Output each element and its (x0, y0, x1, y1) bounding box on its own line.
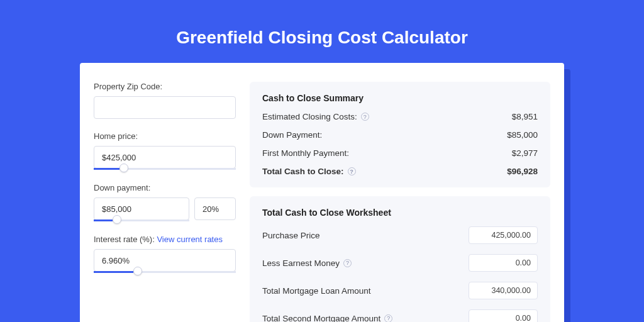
worksheet-row: Purchase Price (262, 226, 538, 244)
interest-rate-slider-fill (94, 271, 133, 273)
interest-rate-slider-wrap (94, 249, 236, 274)
help-icon[interactable]: ? (343, 259, 352, 267)
summary-panel: Cash to Close Summary Estimated Closing … (250, 82, 550, 187)
interest-rate-slider-thumb[interactable] (133, 267, 142, 275)
summary-row-value: $2,977 (512, 148, 538, 158)
summary-row-value: $85,000 (507, 130, 538, 140)
summary-row-label: Total Cash to Close:? (262, 167, 356, 176)
interest-rate-input[interactable] (94, 249, 236, 272)
summary-label-text: First Monthly Payment: (262, 148, 349, 158)
worksheet-row-input[interactable] (469, 282, 538, 299)
worksheet-row-label: Total Second Mortgage Amount? (262, 314, 392, 323)
calculator-card-wrap: Property Zip Code: Home price: Down paym… (80, 63, 564, 322)
down-payment-slider-wrap (94, 197, 189, 222)
calculator-card: Property Zip Code: Home price: Down paym… (80, 63, 564, 322)
home-price-slider-wrap (94, 146, 236, 170)
worksheet-row: Less Earnest Money? (262, 254, 538, 272)
interest-rate-group: Interest rate (%): View current rates (94, 235, 236, 274)
down-payment-row (94, 197, 236, 222)
zip-group: Property Zip Code: (94, 82, 236, 119)
worksheet-panel: Total Cash to Close Worksheet Purchase P… (250, 196, 550, 322)
results-column: Cash to Close Summary Estimated Closing … (250, 82, 550, 322)
summary-row-label: Down Payment: (262, 130, 322, 140)
summary-title: Cash to Close Summary (262, 93, 538, 103)
worksheet-label-text: Less Earnest Money (262, 258, 340, 268)
interest-rate-slider[interactable] (94, 271, 236, 273)
summary-row-value: $96,928 (507, 167, 538, 176)
summary-row: Total Cash to Close:?$96,928 (262, 167, 538, 176)
summary-row: First Monthly Payment:$2,977 (262, 148, 538, 158)
view-rates-link[interactable]: View current rates (157, 235, 223, 244)
interest-rate-label: Interest rate (%): (94, 235, 155, 244)
summary-row: Estimated Closing Costs:?$8,951 (262, 112, 538, 121)
worksheet-row-label: Total Mortgage Loan Amount (262, 286, 371, 296)
home-price-slider[interactable] (94, 168, 236, 170)
down-payment-group: Down payment: (94, 183, 236, 222)
home-price-slider-thumb[interactable] (119, 164, 128, 172)
summary-label-text: Total Cash to Close: (262, 167, 344, 176)
worksheet-row-input[interactable] (469, 226, 538, 244)
home-price-input[interactable] (94, 146, 236, 169)
worksheet-row-label: Less Earnest Money? (262, 258, 352, 268)
down-payment-label: Down payment: (94, 183, 236, 192)
worksheet-row-label: Purchase Price (262, 231, 320, 240)
help-icon[interactable]: ? (384, 314, 392, 323)
worksheet-row: Total Mortgage Loan Amount (262, 282, 538, 299)
summary-row-label: Estimated Closing Costs:? (262, 112, 369, 121)
worksheet-row: Total Second Mortgage Amount? (262, 309, 538, 322)
summary-row-label: First Monthly Payment: (262, 148, 349, 158)
summary-label-text: Down Payment: (262, 130, 322, 140)
worksheet-row-input[interactable] (469, 309, 538, 322)
summary-label-text: Estimated Closing Costs: (262, 112, 357, 121)
page-title: Greenfield Closing Cost Calculator (0, 0, 644, 63)
help-icon[interactable]: ? (361, 113, 369, 121)
summary-row-value: $8,951 (512, 112, 538, 121)
summary-row: Down Payment:$85,000 (262, 130, 538, 140)
home-price-group: Home price: (94, 131, 236, 170)
help-icon[interactable]: ? (348, 167, 356, 175)
worksheet-label-text: Purchase Price (262, 231, 320, 240)
zip-label: Property Zip Code: (94, 82, 236, 91)
down-payment-slider-thumb[interactable] (113, 215, 121, 224)
interest-rate-label-row: Interest rate (%): View current rates (94, 235, 236, 244)
inputs-column: Property Zip Code: Home price: Down paym… (94, 82, 236, 322)
home-price-slider-fill (94, 168, 119, 170)
down-payment-slider-fill (94, 219, 113, 221)
home-price-label: Home price: (94, 131, 236, 141)
down-payment-slider[interactable] (94, 219, 189, 221)
worksheet-title: Total Cash to Close Worksheet (262, 208, 538, 218)
down-payment-input[interactable] (94, 197, 189, 220)
zip-input[interactable] (94, 96, 236, 119)
worksheet-row-input[interactable] (469, 254, 538, 272)
worksheet-label-text: Total Second Mortgage Amount (262, 314, 380, 323)
down-payment-pct-input[interactable] (194, 197, 236, 220)
worksheet-label-text: Total Mortgage Loan Amount (262, 286, 371, 296)
